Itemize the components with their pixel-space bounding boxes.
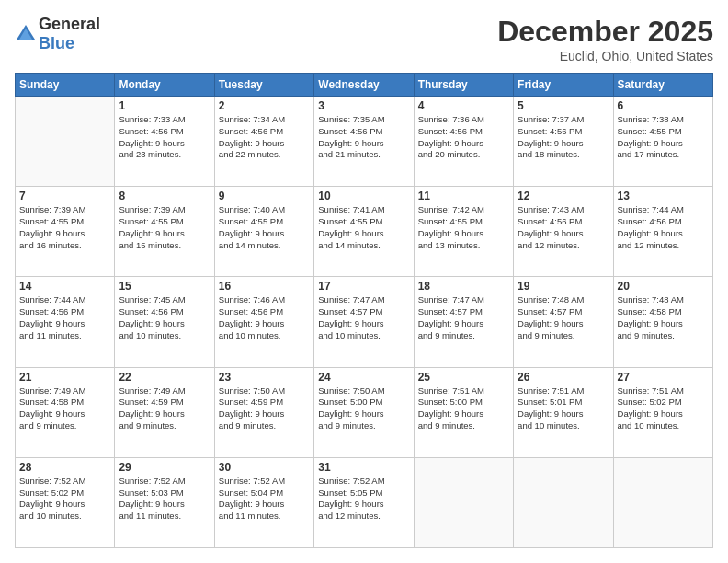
day-number: 23: [219, 371, 310, 384]
day-number: 17: [318, 280, 409, 293]
table-row: 22Sunrise: 7:49 AM Sunset: 4:59 PM Dayli…: [115, 367, 214, 457]
day-info: Sunrise: 7:40 AM Sunset: 4:55 PM Dayligh…: [219, 204, 310, 251]
table-row: 20Sunrise: 7:48 AM Sunset: 4:58 PM Dayli…: [613, 277, 712, 367]
table-row: [613, 457, 712, 547]
table-row: [16, 97, 115, 187]
day-info: Sunrise: 7:51 AM Sunset: 5:01 PM Dayligh…: [518, 385, 609, 432]
title-block: December 2025 Euclid, Ohio, United State…: [497, 15, 713, 63]
table-row: 3Sunrise: 7:35 AM Sunset: 4:56 PM Daylig…: [314, 97, 414, 187]
day-info: Sunrise: 7:51 AM Sunset: 5:00 PM Dayligh…: [418, 385, 509, 432]
location: Euclid, Ohio, United States: [497, 49, 713, 63]
logo-text: General Blue: [39, 15, 100, 53]
day-number: 9: [219, 190, 310, 202]
day-number: 30: [219, 461, 310, 474]
calendar-week-row: 7Sunrise: 7:39 AM Sunset: 4:55 PM Daylig…: [16, 187, 713, 277]
day-number: 4: [418, 99, 509, 112]
table-row: 29Sunrise: 7:52 AM Sunset: 5:03 PM Dayli…: [115, 457, 214, 547]
day-info: Sunrise: 7:50 AM Sunset: 4:59 PM Dayligh…: [219, 385, 310, 432]
table-row: 7Sunrise: 7:39 AM Sunset: 4:55 PM Daylig…: [16, 187, 115, 277]
table-row: 30Sunrise: 7:52 AM Sunset: 5:04 PM Dayli…: [214, 457, 313, 547]
table-row: 13Sunrise: 7:44 AM Sunset: 4:56 PM Dayli…: [613, 187, 712, 277]
day-info: Sunrise: 7:44 AM Sunset: 4:56 PM Dayligh…: [618, 204, 709, 251]
table-row: 21Sunrise: 7:49 AM Sunset: 4:58 PM Dayli…: [16, 367, 115, 457]
day-number: 11: [418, 190, 509, 202]
day-number: 19: [518, 280, 609, 293]
table-row: 17Sunrise: 7:47 AM Sunset: 4:57 PM Dayli…: [314, 277, 414, 367]
table-row: 11Sunrise: 7:42 AM Sunset: 4:55 PM Dayli…: [414, 187, 513, 277]
header: General Blue December 2025 Euclid, Ohio,…: [15, 15, 713, 63]
table-row: 16Sunrise: 7:46 AM Sunset: 4:56 PM Dayli…: [214, 277, 313, 367]
day-number: 14: [19, 280, 110, 293]
day-info: Sunrise: 7:41 AM Sunset: 4:55 PM Dayligh…: [318, 204, 409, 251]
day-info: Sunrise: 7:43 AM Sunset: 4:56 PM Dayligh…: [518, 204, 609, 251]
day-info: Sunrise: 7:37 AM Sunset: 4:56 PM Dayligh…: [518, 114, 609, 161]
col-friday: Friday: [514, 74, 613, 97]
day-number: 13: [618, 190, 709, 202]
table-row: 10Sunrise: 7:41 AM Sunset: 4:55 PM Dayli…: [314, 187, 414, 277]
col-thursday: Thursday: [414, 74, 513, 97]
table-row: 9Sunrise: 7:40 AM Sunset: 4:55 PM Daylig…: [214, 187, 313, 277]
day-info: Sunrise: 7:36 AM Sunset: 4:56 PM Dayligh…: [418, 114, 509, 161]
day-number: 8: [119, 190, 210, 202]
day-number: 6: [618, 99, 709, 112]
calendar-week-row: 14Sunrise: 7:44 AM Sunset: 4:56 PM Dayli…: [16, 277, 713, 367]
month-title: December 2025: [497, 15, 713, 49]
day-number: 2: [219, 99, 310, 112]
day-number: 3: [318, 99, 409, 112]
col-monday: Monday: [115, 74, 214, 97]
table-row: 24Sunrise: 7:50 AM Sunset: 5:00 PM Dayli…: [314, 367, 414, 457]
calendar-week-row: 21Sunrise: 7:49 AM Sunset: 4:58 PM Dayli…: [16, 367, 713, 457]
table-row: 31Sunrise: 7:52 AM Sunset: 5:05 PM Dayli…: [314, 457, 414, 547]
day-info: Sunrise: 7:47 AM Sunset: 4:57 PM Dayligh…: [318, 294, 409, 341]
calendar-week-row: 28Sunrise: 7:52 AM Sunset: 5:02 PM Dayli…: [16, 457, 713, 547]
table-row: 15Sunrise: 7:45 AM Sunset: 4:56 PM Dayli…: [115, 277, 214, 367]
table-row: 2Sunrise: 7:34 AM Sunset: 4:56 PM Daylig…: [214, 97, 313, 187]
page: General Blue December 2025 Euclid, Ohio,…: [0, 0, 728, 563]
day-number: 20: [618, 280, 709, 293]
logo-general: General: [39, 15, 100, 33]
table-row: 28Sunrise: 7:52 AM Sunset: 5:02 PM Dayli…: [16, 457, 115, 547]
day-number: 16: [219, 280, 310, 293]
day-info: Sunrise: 7:45 AM Sunset: 4:56 PM Dayligh…: [119, 294, 210, 341]
table-row: 12Sunrise: 7:43 AM Sunset: 4:56 PM Dayli…: [514, 187, 613, 277]
day-number: 12: [518, 190, 609, 202]
col-tuesday: Tuesday: [214, 74, 313, 97]
col-sunday: Sunday: [16, 74, 115, 97]
day-number: 7: [19, 190, 110, 202]
col-wednesday: Wednesday: [314, 74, 414, 97]
day-info: Sunrise: 7:33 AM Sunset: 4:56 PM Dayligh…: [119, 114, 210, 161]
day-info: Sunrise: 7:51 AM Sunset: 5:02 PM Dayligh…: [618, 385, 709, 432]
day-info: Sunrise: 7:34 AM Sunset: 4:56 PM Dayligh…: [219, 114, 310, 161]
table-row: 26Sunrise: 7:51 AM Sunset: 5:01 PM Dayli…: [514, 367, 613, 457]
table-row: 8Sunrise: 7:39 AM Sunset: 4:55 PM Daylig…: [115, 187, 214, 277]
day-info: Sunrise: 7:52 AM Sunset: 5:05 PM Dayligh…: [318, 476, 409, 523]
day-number: 1: [119, 99, 210, 112]
table-row: 19Sunrise: 7:48 AM Sunset: 4:57 PM Dayli…: [514, 277, 613, 367]
calendar-header-row: Sunday Monday Tuesday Wednesday Thursday…: [16, 74, 713, 97]
col-saturday: Saturday: [613, 74, 712, 97]
day-number: 28: [19, 461, 110, 474]
day-number: 21: [19, 371, 110, 384]
table-row: 23Sunrise: 7:50 AM Sunset: 4:59 PM Dayli…: [214, 367, 313, 457]
day-info: Sunrise: 7:52 AM Sunset: 5:04 PM Dayligh…: [219, 476, 310, 523]
day-info: Sunrise: 7:47 AM Sunset: 4:57 PM Dayligh…: [418, 294, 509, 341]
day-info: Sunrise: 7:42 AM Sunset: 4:55 PM Dayligh…: [418, 204, 509, 251]
logo-blue: Blue: [39, 34, 74, 52]
day-number: 31: [318, 461, 409, 474]
table-row: 14Sunrise: 7:44 AM Sunset: 4:56 PM Dayli…: [16, 277, 115, 367]
day-info: Sunrise: 7:39 AM Sunset: 4:55 PM Dayligh…: [119, 204, 210, 251]
logo: General Blue: [15, 15, 100, 53]
day-number: 26: [518, 371, 609, 384]
day-info: Sunrise: 7:38 AM Sunset: 4:55 PM Dayligh…: [618, 114, 709, 161]
table-row: 1Sunrise: 7:33 AM Sunset: 4:56 PM Daylig…: [115, 97, 214, 187]
table-row: [514, 457, 613, 547]
day-info: Sunrise: 7:50 AM Sunset: 5:00 PM Dayligh…: [318, 385, 409, 432]
day-number: 29: [119, 461, 210, 474]
day-number: 25: [418, 371, 509, 384]
day-number: 5: [518, 99, 609, 112]
table-row: 5Sunrise: 7:37 AM Sunset: 4:56 PM Daylig…: [514, 97, 613, 187]
table-row: 6Sunrise: 7:38 AM Sunset: 4:55 PM Daylig…: [613, 97, 712, 187]
day-number: 24: [318, 371, 409, 384]
day-info: Sunrise: 7:49 AM Sunset: 4:58 PM Dayligh…: [19, 385, 110, 432]
day-number: 22: [119, 371, 210, 384]
